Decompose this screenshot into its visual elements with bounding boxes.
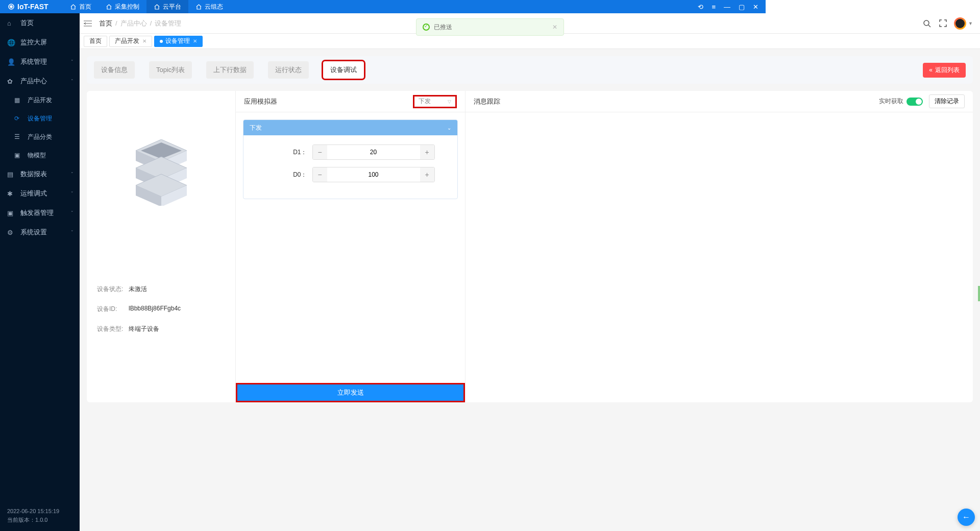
titlebar-nav-item[interactable]: 云平台 [146,0,188,13]
panels: 设备状态:未激活 设备ID:lBbb88Bj86FFgb4c 设备类型:终端子设… [87,91,766,402]
increment-button[interactable]: + [420,145,434,159]
sidebar-subitem[interactable]: ▣物模型 [7,146,80,164]
decrement-button[interactable]: − [313,167,327,182]
device-info-panel: 设备状态:未激活 设备ID:lBbb88Bj86FFgb4c 设备类型:终端子设… [87,91,236,402]
device-type-value: 终端子设备 [129,325,159,333]
content-toolbar: 设备信息Topic列表上下行数据运行状态设备调试 返回列表 [87,56,766,84]
maximize-icon[interactable]: ▢ [734,3,749,11]
decrement-button[interactable]: − [313,145,327,159]
sidebar-item[interactable]: ⌂首页 [0,13,80,33]
field-input[interactable] [327,145,420,159]
window-buttons: ⟲ ≡ — ▢ ✕ [694,3,763,11]
sidebar-item[interactable]: ▣触发器管理˅ [0,203,80,223]
trace-panel: 消息跟踪 实时获取 清除记录 [465,91,766,402]
quantity-stepper: −+ [312,167,435,182]
sidebar-subitem[interactable]: ☰产品分类 [7,128,80,146]
device-illustration [97,101,225,244]
content-tab[interactable]: Topic列表 [149,61,192,79]
titlebar-nav-item[interactable]: 云组态 [188,0,230,13]
sidebar-item[interactable]: ✱运维调式˅ [0,184,80,203]
titlebar-nav-item[interactable]: 首页 [63,0,99,13]
sidebar-subitem[interactable]: ▦产品开发 [7,91,80,109]
sidebar-item[interactable]: ✿产品中心˄ [0,71,80,91]
page-tabs: 首页产品开发✕设备管理✕ [80,34,766,49]
minimize-icon[interactable]: — [720,3,734,11]
breadcrumb-item[interactable]: 首页 [99,19,112,27]
trace-title: 消息跟踪 [474,97,500,106]
sidebar-item[interactable]: ▤数据报表˅ [0,164,80,184]
breadcrumb-item: 设备管理 [155,19,181,27]
quantity-stepper: −+ [312,144,435,160]
device-status-label: 设备状态: [97,285,129,294]
app-logo: IoT-FAST [3,3,53,11]
sidebar-item[interactable]: 👤系统管理˅ [0,52,80,71]
sidebar-item[interactable]: 🌐监控大屏 [0,33,80,52]
field-row: D1：−+ [250,144,451,160]
send-accordion: 下发 ⌄ D1：−+D0：−+ [243,119,458,199]
content-tab[interactable]: 设备调试 [323,61,364,79]
svg-point-1 [10,6,12,8]
send-button[interactable]: 立即发送 [236,383,465,402]
breadcrumb-item: 产品中心 [120,19,147,27]
chevron-down-icon: ▽ [448,99,451,104]
sidebar-subitem[interactable]: ⟳设备管理 [7,109,80,128]
accordion-header[interactable]: 下发 ⌄ [243,120,457,135]
chevron-down-icon: ⌄ [447,125,451,131]
field-input[interactable] [327,167,420,182]
menu-icon[interactable]: ≡ [707,3,720,11]
toast-text: 已推送 [434,23,452,32]
close-icon[interactable]: ✕ [749,3,763,11]
check-icon [423,23,430,31]
mode-select[interactable]: 下发 ▽ [413,95,457,108]
page-tab[interactable]: 产品开发✕ [109,36,152,47]
field-label: D1： [266,148,312,157]
tab-close-icon[interactable]: ✕ [142,38,146,44]
increment-button[interactable]: + [420,167,434,182]
content-tabs: 设备信息Topic列表上下行数据运行状态设备调试 [94,61,364,79]
titlebar-nav-item[interactable]: 采集控制 [99,0,146,13]
sidebar: ⌂首页🌐监控大屏👤系统管理˅✿产品中心˄▦产品开发⟳设备管理☰产品分类▣物模型▤… [0,13,80,415]
content-tab[interactable]: 设备信息 [94,61,135,79]
titlebar-nav: 首页采集控制云平台云组态 [63,0,230,13]
toast-close-icon[interactable]: ✕ [552,23,557,31]
toast: 已推送 ✕ [416,18,564,36]
device-type-label: 设备类型: [97,325,129,333]
sidebar-item[interactable]: ⚙系统设置˅ [0,223,80,242]
content-tab[interactable]: 上下行数据 [206,61,254,79]
device-status-value: 未激活 [129,285,147,294]
device-id-value: lBbb88Bj86FFgb4c [129,305,181,313]
content-tab[interactable]: 运行状态 [268,61,309,79]
simulator-title: 应用模拟器 [244,97,277,106]
page-tab[interactable]: 设备管理✕ [154,36,203,47]
tab-close-icon[interactable]: ✕ [193,38,197,44]
device-id-label: 设备ID: [97,305,129,313]
breadcrumb: 首页/产品中心/设备管理 [99,19,181,28]
field-row: D0：−+ [250,167,451,182]
refresh-icon[interactable]: ⟲ [694,3,707,11]
content-area: 设备信息Topic列表上下行数据运行状态设备调试 返回列表 [80,49,766,415]
collapse-sidebar-icon[interactable] [84,20,94,27]
titlebar: IoT-FAST 首页采集控制云平台云组态 ⟲ ≡ — ▢ ✕ [0,0,766,13]
simulator-panel: 应用模拟器 下发 ▽ 下发 ⌄ D1：−+D0：−+ 立即发送 [236,91,465,402]
page-tab[interactable]: 首页 [84,36,107,47]
field-label: D0： [266,171,312,179]
